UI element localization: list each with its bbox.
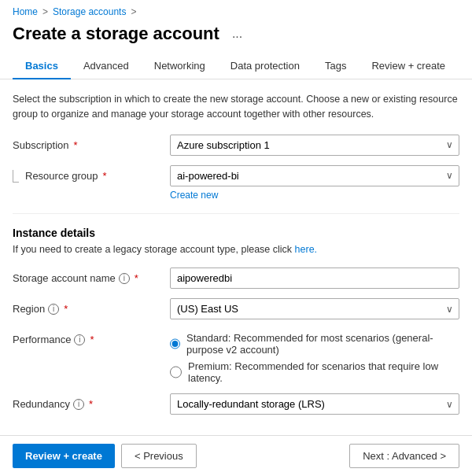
subscription-control: Azure subscription 1 [170,135,459,156]
redundancy-info-icon[interactable]: i [73,399,84,410]
redundancy-row: Redundancy i * Locally-redundant storage… [13,393,459,415]
resource-group-label: Resource group * [13,165,170,183]
resource-group-select[interactable]: ai-powered-bi [170,165,459,186]
instance-details-desc: If you need to create a legacy storage a… [13,242,459,257]
tab-review-create[interactable]: Review + create [359,54,458,79]
subscription-description: Select the subscription in which to crea… [13,92,459,122]
page-title: Create a storage account [13,24,219,44]
subscription-select-wrapper: Azure subscription 1 [170,135,459,156]
breadcrumb-sep1: > [42,6,48,17]
previous-button[interactable]: < Previous [121,444,197,468]
performance-premium-radio[interactable] [170,366,182,378]
performance-standard-radio[interactable] [170,338,180,350]
redundancy-label: Redundancy i * [13,393,170,410]
storage-account-name-control [170,268,459,289]
review-create-button[interactable]: Review + create [13,444,115,468]
resource-group-select-wrapper: ai-powered-bi [170,165,459,186]
page-header: Create a storage account ... [0,20,472,54]
resource-group-control: ai-powered-bi Create new [170,165,459,201]
performance-radio-group: Standard: Recommended for most scenarios… [170,329,459,384]
region-row: Region i * (US) East US [13,298,459,319]
next-button[interactable]: Next : Advanced > [349,444,459,468]
ellipsis-button[interactable]: ... [227,25,247,42]
breadcrumb-sep2: > [131,6,136,17]
redundancy-control: Locally-redundant storage (LRS) [170,393,459,415]
subscription-label: Subscription * [13,135,170,151]
storage-name-info-icon[interactable]: i [119,273,130,284]
tab-bar: Basics Advanced Networking Data protecti… [0,54,472,79]
region-label: Region i * [13,298,170,315]
resource-group-row: Resource group * ai-powered-bi Create ne… [13,165,459,201]
performance-premium-label: Premium: Recommended for scenarios that … [188,360,459,384]
performance-label: Performance i * [13,329,170,345]
breadcrumb: Home > Storage accounts > [0,0,472,20]
tab-networking[interactable]: Networking [142,54,218,79]
storage-account-name-row: Storage account name i * [13,268,459,289]
performance-standard-option[interactable]: Standard: Recommended for most scenarios… [170,332,459,356]
storage-account-name-input[interactable] [170,268,459,289]
tab-basics[interactable]: Basics [13,54,71,79]
redundancy-select-wrapper: Locally-redundant storage (LRS) [170,393,459,415]
tab-tags[interactable]: Tags [312,54,359,79]
tab-data-protection[interactable]: Data protection [218,54,312,79]
performance-premium-option[interactable]: Premium: Recommended for scenarios that … [170,360,459,384]
footer: Review + create < Previous Next : Advanc… [0,435,472,476]
main-content: Select the subscription in which to crea… [0,79,472,437]
performance-control: Standard: Recommended for most scenarios… [170,329,459,384]
region-control: (US) East US [170,298,459,319]
subscription-row: Subscription * Azure subscription 1 [13,135,459,156]
breadcrumb-home[interactable]: Home [13,6,38,17]
instance-details-header: Instance details [13,227,459,239]
region-info-icon[interactable]: i [48,304,59,315]
redundancy-select[interactable]: Locally-redundant storage (LRS) [170,393,459,415]
region-select[interactable]: (US) East US [170,298,459,319]
breadcrumb-storage-accounts[interactable]: Storage accounts [53,6,126,17]
tab-advanced[interactable]: Advanced [71,54,142,79]
performance-info-icon[interactable]: i [74,334,85,345]
performance-row: Performance i * Standard: Recommended fo… [13,329,459,384]
storage-account-name-label: Storage account name i * [13,268,170,284]
subscription-select[interactable]: Azure subscription 1 [170,135,459,156]
region-select-wrapper: (US) East US [170,298,459,319]
divider-1 [13,213,459,214]
create-new-link[interactable]: Create new [170,190,459,201]
here-link[interactable]: here. [295,244,318,255]
performance-standard-label: Standard: Recommended for most scenarios… [186,332,459,356]
